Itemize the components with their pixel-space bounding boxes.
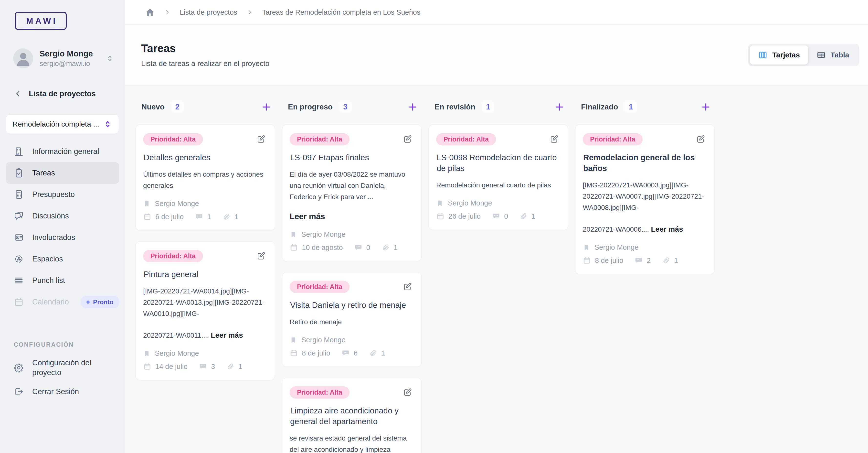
pencil-square-icon[interactable] [256,134,266,144]
gear-icon [14,363,24,373]
column-title: En revisión [434,102,475,112]
page-header: Tareas Lista de tareas a realizar en el … [125,25,868,86]
sidebar-item-label: Cerrar Sesión [32,387,79,396]
column-header: En progreso 3 [282,101,422,113]
due-date: 26 de julio [436,212,480,220]
sidebar-nav: Información general Tareas Presupuesto D… [0,141,125,313]
task-card[interactable]: Prioridad: Alta Limpieza aire acondicion… [282,378,422,453]
pencil-square-icon[interactable] [403,282,412,292]
columns-icon [758,50,767,60]
breadcrumb: Lista de proyectos Tareas de Remodelació… [125,0,868,25]
pronto-dot-icon [87,301,90,304]
project-select[interactable]: Remodelación completa ... [6,114,119,134]
pencil-square-icon[interactable] [256,251,266,261]
sidebar-settings-nav: Configuración del proyecto Cerrar Sesión [0,355,125,402]
column-cards: Prioridad: Alta LS-097 Etapas finales El… [282,125,422,453]
task-description: [IMG-20220721-WA0014.jpg][IMG-20220721-W… [143,285,268,341]
bookmark-icon [583,244,590,251]
task-description: Remodelación general cuarto de pilas [436,180,560,191]
attachments-count: 1 [226,362,242,371]
sidebar-item-discusions[interactable]: Discusións [6,205,119,227]
spaces-icon [14,254,24,264]
board-column-en-revision: En revisión 1 Prioridad: Alta LS-0098 Re… [429,101,568,453]
task-meta: 8 de julio 2 1 [583,256,707,265]
building-icon [14,146,24,157]
priority-badge: Prioridad: Alta [143,133,203,145]
priority-badge: Prioridad: Alta [290,281,349,293]
sidebar-item-involucrados[interactable]: Involucrados [6,227,119,248]
sidebar-item-espacios[interactable]: Espacios [6,248,119,270]
paperclip-icon [222,213,230,221]
task-card[interactable]: Prioridad: Alta Pintura general [IMG-202… [135,241,275,380]
read-more-link[interactable]: Leer más [290,211,414,222]
sidebar-item-informacion-general[interactable]: Información general [6,141,119,162]
idbadge-icon [14,232,24,243]
add-task-button[interactable] [554,102,565,112]
view-toggle-cards[interactable]: Tarjetas [750,46,808,64]
sidebar-item-presupuesto[interactable]: Presupuesto [6,184,119,205]
due-date: 6 de julio [143,213,184,221]
breadcrumb-projects[interactable]: Lista de proyectos [180,8,237,17]
sidebar-item-configuracion-del-proyecto[interactable]: Configuración del proyecto [6,355,119,381]
pencil-square-icon[interactable] [696,134,706,144]
task-assignee: Sergio Monge [143,350,268,358]
task-card[interactable]: Prioridad: Alta Remodelacion general de … [575,125,715,274]
list-icon [14,275,24,285]
sidebar-item-label: Calendario [32,298,69,306]
task-card[interactable]: Prioridad: Alta LS-0098 Remodelacion de … [429,125,568,230]
back-to-projects[interactable]: Lista de proyectos [14,89,119,98]
pencil-square-icon[interactable] [549,134,559,144]
home-icon[interactable] [145,7,155,17]
chat-icon [14,211,24,221]
sidebar-item-label: Punch list [32,276,65,285]
task-assignee: Sergio Monge [290,336,414,344]
add-task-button[interactable] [261,102,272,112]
task-assignee: Sergio Monge [143,200,268,208]
sidebar-item-calendario: Calendario Pronto [6,291,119,313]
pencil-square-icon[interactable] [403,387,412,397]
read-more-link[interactable]: Leer más [651,225,683,233]
user-menu[interactable]: Sergio Monge sergio@mawi.io [13,49,114,68]
view-toggle-table[interactable]: Tabla [808,46,858,64]
avatar [13,49,33,68]
sidebar-item-label: Presupuesto [32,190,75,199]
add-task-button[interactable] [701,102,711,112]
task-description: Retiro de menaje [290,316,414,328]
bookmark-icon [143,350,150,357]
pencil-square-icon[interactable] [403,134,412,144]
bookmark-icon [290,231,297,238]
due-date: 10 de agosto [290,243,343,252]
due-date: 8 de julio [583,256,623,265]
comment-icon [195,213,203,221]
chevron-left-icon [14,89,23,98]
task-title: Remodelacion general de los baños [583,152,707,174]
sidebar-item-label: Espacios [32,254,63,263]
chevron-up-down-icon [103,119,112,129]
breadcrumb-current: Tareas de Remodelación completa en Los S… [262,8,420,17]
task-description: Últimos detalles en compras y acciones g… [143,169,268,191]
priority-badge: Prioridad: Alta [290,386,349,398]
paperclip-icon [381,243,390,252]
task-card[interactable]: Prioridad: Alta LS-097 Etapas finales El… [282,125,422,261]
chevron-right-icon [246,9,253,16]
sidebar-item-cerrar-sesion[interactable]: Cerrar Sesión [6,381,119,402]
back-label: Lista de proyectos [29,89,96,98]
read-more-link[interactable]: Leer más [211,331,243,339]
mawi-logo[interactable]: MAWI [15,12,67,30]
calendar-icon [290,243,298,252]
column-count: 1 [482,101,494,113]
project-select-value: Remodelación completa ... [12,120,99,128]
paperclip-icon [369,349,377,357]
task-title: Pintura general [144,269,267,280]
sidebar-item-tareas[interactable]: Tareas [6,162,119,184]
task-title: LS-097 Etapas finales [290,152,413,163]
sidebar-item-label: Involucrados [32,233,75,242]
task-assignee: Sergio Monge [583,243,707,251]
task-assignee: Sergio Monge [436,199,560,207]
sidebar-item-punch-list[interactable]: Punch list [6,270,119,291]
add-task-button[interactable] [407,102,418,112]
column-title: Nuevo [142,102,165,112]
comments-count: 3 [199,362,215,371]
task-card[interactable]: Prioridad: Alta Detalles generales Últim… [135,125,275,231]
task-card[interactable]: Prioridad: Alta Visita Daniela y retiro … [282,272,422,367]
